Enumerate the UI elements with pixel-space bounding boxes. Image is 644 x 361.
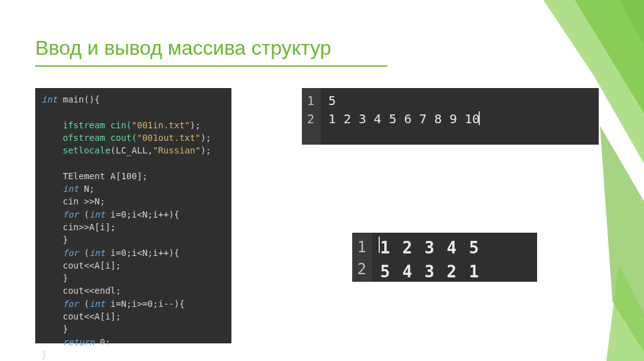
line-gutter: 1 2 <box>352 233 372 282</box>
input-panel: 1 2 51 2 3 4 5 6 7 8 9 10 <box>302 88 599 145</box>
svg-marker-3 <box>606 264 644 361</box>
slide-decoration <box>506 0 644 361</box>
code-block: int main(){ ifstream cin("001in.txt"); o… <box>35 88 231 343</box>
output-content: 1 2 3 4 55 4 3 2 1 <box>372 233 487 282</box>
slide-title: Ввод и вывод массива структур <box>35 36 331 60</box>
svg-marker-2 <box>600 126 644 352</box>
code-token: int <box>42 94 57 104</box>
output-panel: 1 2 1 2 3 4 55 4 3 2 1 <box>352 233 537 282</box>
input-content: 51 2 3 4 5 6 7 8 9 10 <box>321 88 487 145</box>
line-gutter: 1 2 <box>302 88 321 145</box>
text-cursor-icon <box>479 111 480 125</box>
title-underline <box>35 65 387 67</box>
